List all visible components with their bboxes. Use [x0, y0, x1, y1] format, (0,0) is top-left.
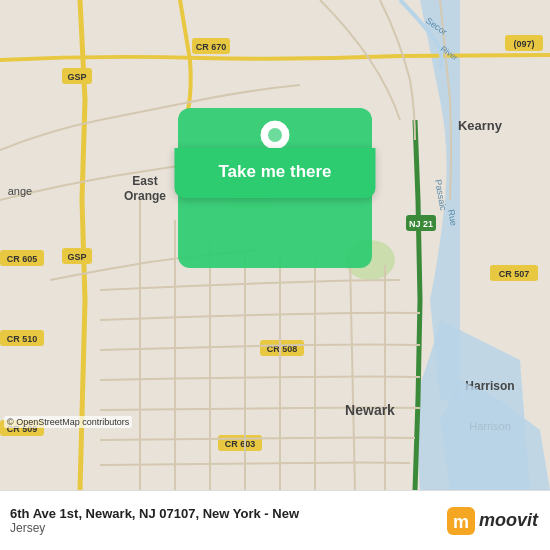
svg-text:ange: ange	[8, 185, 32, 197]
moovit-icon: m	[447, 507, 475, 535]
svg-text:NJ 21: NJ 21	[409, 219, 433, 229]
address-line2: Jersey	[10, 521, 299, 535]
osm-credit: © OpenStreetMap contributors	[4, 416, 132, 428]
svg-text:CR 603: CR 603	[225, 439, 256, 449]
svg-text:m: m	[453, 512, 469, 532]
address-line: 6th Ave 1st, Newark, NJ 07107, New York …	[10, 506, 299, 521]
svg-text:East: East	[132, 174, 157, 188]
svg-text:CR 510: CR 510	[7, 334, 38, 344]
moovit-logo: m moovit	[447, 507, 538, 535]
footer-address-block: 6th Ave 1st, Newark, NJ 07107, New York …	[10, 506, 299, 535]
svg-text:Newark: Newark	[345, 402, 395, 418]
svg-text:CR 605: CR 605	[7, 254, 38, 264]
svg-text:CR 670: CR 670	[196, 42, 227, 52]
moovit-brand-name: moovit	[479, 510, 538, 531]
map-container: GSP GSP CR 670 NJ 21 (097) CR 507 CR 605…	[0, 0, 550, 490]
svg-text:CR 507: CR 507	[499, 269, 530, 279]
svg-text:Kearny: Kearny	[458, 118, 503, 133]
svg-text:Orange: Orange	[124, 189, 166, 203]
footer-bar: 6th Ave 1st, Newark, NJ 07107, New York …	[0, 490, 550, 550]
take-me-there-button[interactable]: Take me there	[174, 148, 375, 198]
svg-text:GSP: GSP	[67, 72, 86, 82]
svg-text:(097): (097)	[513, 39, 534, 49]
svg-text:GSP: GSP	[67, 252, 86, 262]
